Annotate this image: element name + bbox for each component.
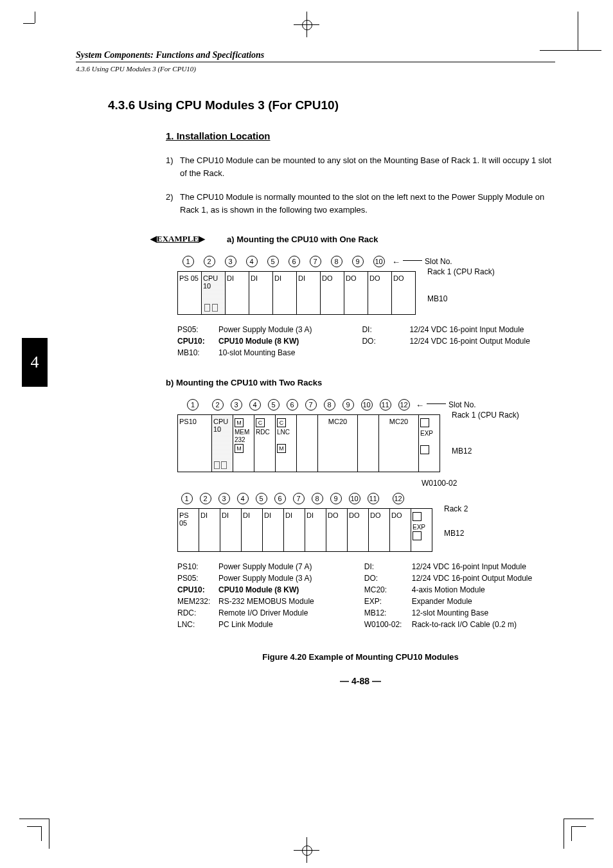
legend-key: CPU10: — [177, 335, 218, 347]
module-slot: DO — [348, 509, 369, 551]
slot-number-row: 1 2 3 4 5 6 7 8 9 10 11 12 — [177, 493, 555, 504]
module-slot: DO — [392, 272, 415, 314]
legend-key: MB10: — [177, 347, 218, 359]
slot-num: 5 — [267, 256, 279, 267]
slot-num: 6 — [274, 493, 286, 504]
module-slot: DI — [226, 272, 249, 314]
legend-val: 12/24 VDC 16-point Input Module — [409, 325, 524, 334]
slot-num: 8 — [331, 256, 342, 267]
legend-val: 4-axis Motion Module — [412, 585, 485, 594]
page-number: — 4-88 — — [166, 676, 555, 686]
crop-mark — [571, 826, 586, 841]
legend-key: PS05: — [177, 324, 218, 335]
legend-val: 12/24 VDC 16-point Output Module — [412, 574, 532, 583]
module-slot: DI — [273, 272, 297, 314]
module-slot: PS 05 — [178, 509, 199, 551]
module-slot: DI — [242, 509, 263, 551]
module-slot: DO — [321, 272, 344, 314]
legend-val: Power Supply Module (3 A) — [218, 574, 312, 583]
slot-num: 12 — [393, 493, 404, 504]
module-slot: DO — [369, 509, 390, 551]
crop-mark — [27, 826, 42, 841]
right-triangle-icon: ▶ — [199, 234, 205, 244]
module-slot: DO — [344, 272, 368, 314]
diagram-a: 1 2 3 4 5 6 7 8 9 10 ← Slot No. PS 05 CP… — [177, 256, 555, 359]
arrow-left-icon: ← — [392, 257, 400, 267]
legend-val: 12/24 VDC 16-point Input Module — [412, 562, 526, 571]
legend-key: PS10: — [177, 561, 218, 572]
slot-num: 11 — [380, 399, 391, 411]
slot-num: 10 — [361, 399, 373, 411]
module-slot: DI — [297, 272, 321, 314]
slot-num: 5 — [268, 399, 280, 411]
diagram-b: 1 2 3 4 5 6 7 8 9 10 11 12 ← Slot No. PS… — [177, 399, 555, 630]
legend-key: DO: — [362, 335, 409, 347]
legend-key: MB12: — [364, 607, 412, 619]
legend-key: W0100-02: — [364, 619, 412, 630]
module-slot: MMEM 232M — [233, 415, 254, 472]
module-slot: MC20 — [318, 415, 358, 472]
slot-num: 5 — [256, 493, 267, 504]
rack-diagram: PS 05 DI DI DI DI DI DI DO DO DO DO EXP — [177, 508, 432, 552]
rack-label: Rack 2 — [444, 504, 468, 513]
slot-num: 6 — [289, 256, 300, 267]
module-slot: EXP — [419, 415, 440, 472]
slot-num: 12 — [398, 399, 410, 411]
paragraph-text: The CPU10 Module is normally mounted to … — [180, 191, 555, 216]
legend-val: CPU10 Module (8 KW) — [218, 337, 299, 346]
list-number: 2) — [166, 191, 180, 216]
chapter-thumb-tab: 4 — [22, 338, 48, 387]
legend-val: RS-232 MEMOBUS Module — [218, 597, 314, 606]
slot-number-row: 1 2 3 4 5 6 7 8 9 10 ← Slot No. — [177, 256, 555, 267]
module-slot-cpu: CPU 10 — [202, 272, 226, 314]
module-slot: DI — [220, 509, 242, 551]
module-slot — [297, 415, 318, 472]
slot-num: 8 — [312, 493, 323, 504]
legend-val: Rack-to-rack I/O Cable (0.2 m) — [412, 620, 517, 629]
legend-val: 12-slot Mounting Base — [412, 608, 488, 617]
legend-val: Power Supply Module (3 A) — [218, 325, 312, 334]
legend-key: MC20: — [364, 584, 412, 596]
slot-num: 6 — [287, 399, 298, 411]
legend-val: 12/24 VDC 16-point Output Module — [409, 337, 529, 346]
module-slot: DI — [199, 509, 220, 551]
slot-num: 1 — [187, 399, 199, 411]
slot-num: 1 — [182, 256, 194, 267]
crop-mark — [23, 23, 35, 24]
slot-num: 4 — [249, 399, 261, 411]
slot-num: 10 — [349, 493, 360, 504]
cable-label: W0100-02 — [422, 479, 555, 488]
module-slot: PS10 — [178, 415, 212, 472]
figure-caption: Figure 4.20 Example of Mounting CPU10 Mo… — [166, 652, 555, 662]
legend-val: 10-slot Mounting Base — [218, 348, 295, 357]
legend: PS10:Power Supply Module (7 A) PS05:Powe… — [177, 561, 555, 630]
slot-num: 8 — [324, 399, 335, 411]
module-slot: DO — [368, 272, 392, 314]
module-slot: MC20 — [379, 415, 419, 472]
section-title: 4.3.6 Using CPU Modules 3 (For CPU10) — [108, 98, 555, 112]
rack-diagram: PS10 CPU 10 MMEM 232M CRDC CLNCM MC20 MC… — [177, 414, 440, 472]
paragraph-text: The CPU10 Module can be mounted to any s… — [180, 154, 555, 179]
slot-num: 4 — [246, 256, 258, 267]
slot-no-label: Slot No. — [449, 400, 476, 409]
legend-key: RDC: — [177, 607, 218, 619]
subsection-heading: 1. Installation Location — [166, 130, 555, 141]
slot-num: 10 — [373, 256, 385, 267]
module-slot: EXP — [411, 509, 432, 551]
slot-num: 9 — [342, 399, 354, 411]
slot-num: 2 — [204, 256, 215, 267]
example-a-title: a) Mounting the CPU10 with One Rack — [227, 235, 378, 244]
breadcrumb: 4.3.6 Using CPU Modules 3 (For CPU10) — [76, 65, 555, 73]
legend-val: Power Supply Module (7 A) — [218, 562, 312, 571]
running-header: System Components: Functions and Specifi… — [76, 50, 555, 62]
module-slot: DI — [284, 509, 305, 551]
module-slot: DI — [249, 272, 273, 314]
leader-line — [427, 403, 446, 404]
legend-val: CPU10 Module (8 KW) — [218, 585, 299, 594]
slot-num: 9 — [352, 256, 364, 267]
legend-key: DI: — [362, 324, 409, 335]
legend-key: DI: — [364, 561, 412, 572]
legend-key: DO: — [364, 572, 412, 584]
slot-num: 2 — [212, 399, 224, 411]
legend-key: EXP: — [364, 596, 412, 607]
